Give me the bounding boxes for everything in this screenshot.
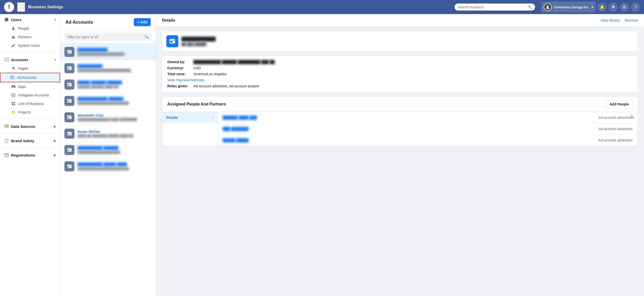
- account-icon: [64, 80, 74, 90]
- svg-point-4: [14, 36, 15, 37]
- account-info: ██████████ ██████ ████████████████████: [77, 146, 152, 154]
- svg-rect-37: [70, 133, 71, 133]
- svg-point-0: [547, 5, 549, 7]
- timezone-row: Time zone: America/Los Angeles: [167, 72, 633, 76]
- svg-point-10: [14, 94, 15, 95]
- sidebar-item-line-of-business[interactable]: Line of Business: [0, 99, 60, 108]
- svg-rect-27: [68, 84, 69, 86]
- roles-given-row: Roles given: Ad account advertiser, Ad a…: [167, 84, 633, 88]
- brand-safety-header[interactable]: Brand Safety ▶: [0, 135, 60, 145]
- account-list-item[interactable]: Alexander Cruz ███████████████ ████ ████…: [60, 109, 156, 126]
- account-list-item[interactable]: ██████████ █████ ████ ██████████████████…: [60, 158, 156, 175]
- settings-button[interactable]: ⚙: [620, 3, 629, 12]
- account-icon: [64, 129, 74, 139]
- roles-given-label: Roles given:: [167, 84, 192, 88]
- details-title: Details: [162, 18, 175, 23]
- sidebar-item-partners[interactable]: Partners: [0, 33, 60, 41]
- account-card-id: ██ ███ █████: [181, 42, 216, 46]
- account-info: ████████████ ██████████████████████: [77, 48, 152, 56]
- account-sub-blurred: ████████████████████████: [77, 167, 152, 170]
- account-info: ████████████ ██████ ████████████████████…: [77, 97, 152, 105]
- svg-point-15: [5, 125, 8, 126]
- sidebar-item-projects[interactable]: 📁 Projects: [0, 108, 60, 117]
- tab-people-label: People: [166, 116, 178, 120]
- users-chevron-icon: ▾: [55, 18, 56, 21]
- svg-rect-46: [173, 40, 175, 41]
- users-section-title: Users: [4, 17, 22, 22]
- svg-rect-31: [70, 100, 71, 101]
- account-name-blurred: ████████████: [77, 48, 152, 52]
- owned-by-row: Owned by: ███████████ ██████ █████████ █…: [167, 60, 633, 64]
- filter-bar: 🔍: [60, 30, 156, 44]
- main-layout: Users ▾ People Partners System: [0, 0, 644, 296]
- notifications-button[interactable]: 🔔: [598, 3, 607, 12]
- filter-search-icon: 🔍: [144, 35, 149, 39]
- data-sources-header[interactable]: Data Sources ▶: [0, 121, 60, 131]
- sidebar-item-apps[interactable]: 🎮 Apps: [0, 82, 60, 91]
- middle-title: Ad Accounts: [65, 20, 93, 25]
- account-dropdown-icon: ▾: [591, 5, 593, 9]
- help-button[interactable]: ?: [631, 3, 640, 12]
- sidebar-item-pages[interactable]: ⚑ Pages: [0, 64, 60, 73]
- timezone-value: America/Los Angeles: [193, 72, 227, 76]
- add-button[interactable]: + Add: [134, 18, 151, 26]
- pages-icon: ⚑: [11, 66, 16, 71]
- account-name-blurred: █████ ██████ ██████: [77, 81, 152, 85]
- account-switcher[interactable]: Commerce Garage Inc. ▾: [541, 2, 596, 13]
- account-card-inner: ████████████ ██ ███ █████: [166, 35, 634, 47]
- account-sub-blurred: ██████████████████████: [77, 52, 152, 56]
- account-list-item[interactable]: ██████████ ██████ ████████████████████: [60, 142, 156, 158]
- brand-safety-section: Brand Safety ▶: [0, 135, 60, 145]
- view-history-link[interactable]: View History: [600, 18, 620, 22]
- account-list-item[interactable]: █████ ██████ ██████ ██████ ██████ ████ █…: [60, 77, 156, 93]
- account-name: Alexander Cruz: [77, 113, 152, 117]
- account-icon: [64, 47, 74, 57]
- flag-button[interactable]: ⚑: [609, 3, 618, 12]
- sidebar-item-instagram-accounts[interactable]: Instagram Accounts: [0, 91, 60, 99]
- payment-methods-link[interactable]: View Payment Methods: [167, 78, 204, 82]
- sidebar-item-people[interactable]: People: [0, 24, 60, 33]
- assigned-person: ██████ ████ ███ Ad account advertiser: [218, 112, 638, 123]
- users-section-header[interactable]: Users ▾: [0, 14, 60, 24]
- search-input[interactable]: [458, 5, 526, 9]
- account-info: Alexander Cruz ███████████████ ████ ████…: [77, 113, 152, 121]
- nav-title: Business Settings: [28, 5, 63, 9]
- account-sub-blurred: ████████████████████████: [77, 101, 152, 105]
- svg-rect-24: [68, 68, 69, 69]
- account-icon: [64, 112, 74, 122]
- account-list-item[interactable]: ████████████ ██████████████████████: [60, 44, 156, 60]
- details-header-actions: View History | Remove: [600, 18, 638, 22]
- assigned-search-icon[interactable]: 🔍: [630, 115, 634, 119]
- remove-link[interactable]: Remove: [625, 18, 638, 22]
- avatar-initials: [544, 4, 551, 11]
- svg-rect-30: [68, 101, 69, 102]
- account-name-blurred: ████████████ ██████: [77, 97, 152, 101]
- svg-point-2: [13, 27, 14, 28]
- data-sources-icon: [4, 124, 9, 129]
- registrations-header[interactable]: Registrations ▶: [0, 150, 60, 160]
- svg-rect-22: [70, 51, 71, 52]
- data-sources-title: Data Sources: [4, 124, 35, 129]
- account-sub-blurred: ████████████████████: [77, 151, 152, 154]
- account-list-item[interactable]: Arnav Shirley ████ ██ ███████ █████ ████…: [60, 126, 156, 142]
- person-name: ██████ ████ ███: [223, 116, 257, 120]
- accounts-section-header[interactable]: Accounts ▾: [0, 54, 60, 64]
- account-list-item[interactable]: ████████████ ██████ ████████████████████…: [60, 93, 156, 109]
- account-name: Commerce Garage Inc.: [554, 5, 589, 9]
- svg-rect-12: [14, 102, 15, 103]
- accounts-chevron-icon: ▾: [55, 58, 56, 61]
- account-card: ████████████ ██ ███ █████: [162, 31, 638, 52]
- accounts-section: Accounts ▾ ⚑ Pages Ad Accounts 🎮 Apps: [0, 54, 60, 117]
- account-name-blurred: ██████████: [77, 64, 152, 68]
- sidebar-item-ad-accounts[interactable]: Ad Accounts: [0, 73, 60, 82]
- person-role: Ad account advertiser: [599, 116, 633, 120]
- assigned-right: 🔍 ██████ ████ ███ Ad account advertiser …: [218, 112, 638, 146]
- sidebar-item-system-users[interactable]: System Users: [0, 41, 60, 50]
- account-list-item[interactable]: ██████████ █████████████████████████: [60, 60, 156, 77]
- filter-input[interactable]: [67, 35, 142, 39]
- facebook-logo: f: [4, 2, 14, 12]
- hamburger-button[interactable]: ☰: [17, 2, 25, 12]
- people-icon: [11, 26, 16, 31]
- add-people-button[interactable]: Add People: [606, 100, 633, 108]
- assigned-tab-people[interactable]: People ›: [162, 112, 217, 123]
